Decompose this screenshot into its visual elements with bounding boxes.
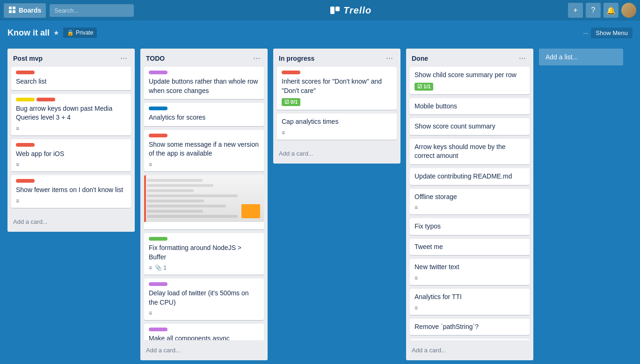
add-card-button[interactable]: Add a card... (277, 147, 397, 160)
card[interactable]: Update contributing README.md (410, 168, 530, 185)
label-blue (149, 107, 167, 110)
card-title: Mobile buttons (415, 102, 525, 111)
add-list-button[interactable]: Add a list... (539, 49, 623, 65)
list-done: Done···Show child score summary per row☑… (406, 49, 533, 360)
nav-logo: Trello (138, 5, 564, 16)
list-todo: TODO···Update buttons rather than whole … (140, 49, 268, 360)
list-menu-button[interactable]: ··· (384, 53, 395, 63)
description-badge: ≡ (16, 161, 19, 168)
label-red (149, 134, 167, 137)
card[interactable]: Web app for iOS≡ (11, 139, 131, 172)
card[interactable]: Make all components async (144, 324, 264, 340)
list-in-progress: In progress···Inherit scores for "Don't … (273, 49, 400, 164)
list-title: In progress (279, 55, 314, 62)
card[interactable]: Show child score summary per row☑ 1/1 (410, 67, 530, 94)
card-title: Show fewer items on I don't know list (16, 186, 126, 195)
description-badge: ≡ (415, 305, 418, 311)
card-labels (282, 71, 392, 74)
ellipsis-icon: ··· (583, 29, 589, 36)
card[interactable]: Update buttons rather than whole row whe… (144, 67, 264, 99)
checklist-green-badge: ☑ 1/1 (415, 83, 433, 91)
board-title: Know it all (7, 28, 50, 38)
card[interactable]: Delay load of twitter (it's 500ms on the… (144, 278, 264, 320)
avatar[interactable] (621, 3, 636, 18)
card[interactable]: Inherit scores for "Don't know" and "Don… (277, 67, 397, 110)
star-icon[interactable]: ★ (53, 29, 59, 36)
card[interactable]: New twitter text≡ (410, 259, 530, 285)
card[interactable]: Show score count summary (410, 118, 530, 135)
list-cards: Show child score summary per row☑ 1/1Mob… (406, 67, 533, 340)
card-title: Fix typos (415, 222, 525, 231)
plus-icon: + (573, 6, 577, 14)
list-header: In progress··· (273, 49, 400, 67)
board-content: Post mvp···Search listBug arrow keys dow… (0, 45, 640, 364)
visibility-badge: 🔒 Private (63, 28, 97, 38)
card[interactable]: System fonts≡ (410, 339, 530, 340)
list-footer: Add a card... (140, 340, 268, 360)
info-button[interactable]: ? (586, 3, 601, 18)
card[interactable]: Search list (11, 67, 131, 90)
card-title: Bug arrow keys down past Media Queries l… (16, 104, 126, 122)
card[interactable]: Show fewer items on I don't know list≡ (11, 175, 131, 208)
list-cards: Inherit scores for "Don't know" and "Don… (273, 67, 400, 143)
add-card-button[interactable]: Add a card... (144, 344, 264, 357)
card[interactable]: Fix formatting around NodeJS > Buffer≡📎 … (144, 233, 264, 275)
card[interactable]: Arrow keys should move by the correct am… (410, 139, 530, 164)
card-title: New twitter text (415, 263, 525, 272)
list-menu-button[interactable]: ··· (517, 53, 528, 63)
search-input[interactable] (50, 4, 134, 17)
bell-icon: 🔔 (606, 6, 616, 15)
card-title: Cap analytics times (282, 117, 392, 127)
top-navigation: Boards Trello + ? 🔔 (0, 0, 640, 21)
card[interactable]: Tweet me (410, 239, 530, 256)
label-green (149, 237, 167, 241)
card-title: Show some message if a new version of th… (149, 140, 259, 158)
checklist-green-badge: ☑ 0/1 (282, 98, 300, 106)
label-red (36, 98, 55, 101)
card[interactable]: Mobile buttons (410, 98, 530, 115)
list-menu-button[interactable]: ··· (118, 53, 129, 63)
label-yellow (16, 98, 35, 101)
add-card-button[interactable]: Add a card... (410, 344, 530, 357)
card-labels (149, 282, 259, 286)
card[interactable]: Offline storage≡ (410, 189, 530, 215)
card-title: Fix formatting around NodeJS > Buffer (149, 243, 259, 262)
card[interactable]: Cap analytics times≡ (277, 114, 397, 140)
boards-label: Boards (19, 7, 41, 14)
boards-grid-icon (8, 6, 16, 15)
show-menu-button[interactable]: Show Menu (591, 28, 633, 38)
card[interactable] (144, 175, 264, 229)
card-labels (149, 328, 259, 331)
board-header-right: ··· Show Menu (583, 28, 633, 38)
list-title: TODO (146, 55, 165, 62)
list-footer: Add a card... (7, 212, 135, 232)
trello-wordmark: Trello (343, 5, 371, 16)
add-card-button[interactable]: Add a card... (11, 215, 131, 228)
card[interactable]: Bug arrow keys down past Media Queries l… (11, 94, 131, 136)
list-title: Post mvp (13, 55, 43, 62)
card-badges: ≡ (149, 161, 259, 168)
card-title: Analytics for scores (149, 113, 259, 122)
description-badge: ≡ (282, 129, 285, 136)
label-red (16, 179, 35, 183)
card-title: Update buttons rather than whole row whe… (149, 77, 259, 95)
card[interactable]: Fix typos (410, 218, 530, 235)
card-title: Remove `pathString`? (415, 322, 525, 332)
info-icon: ? (591, 6, 596, 14)
list-header: Post mvp··· (7, 49, 135, 67)
card[interactable]: Analytics for TTI≡ (410, 289, 530, 315)
card[interactable]: Remove `pathString`? (410, 319, 530, 335)
card-badges: ≡ (415, 204, 525, 211)
svg-rect-0 (9, 7, 12, 9)
list-menu-button[interactable]: ··· (251, 53, 262, 63)
card[interactable]: Analytics for scores (144, 103, 264, 126)
label-red (16, 71, 35, 74)
notifications-button[interactable]: 🔔 (604, 3, 618, 18)
boards-button[interactable]: Boards (4, 3, 46, 18)
add-button[interactable]: + (568, 3, 583, 18)
card-labels (149, 134, 259, 137)
card[interactable]: Show some message if a new version of th… (144, 130, 264, 171)
description-badge: ≡ (149, 310, 152, 316)
card-title: Inherit scores for "Don't know" and "Don… (282, 77, 392, 95)
card-title: Delay load of twitter (it's 500ms on the… (149, 289, 259, 307)
